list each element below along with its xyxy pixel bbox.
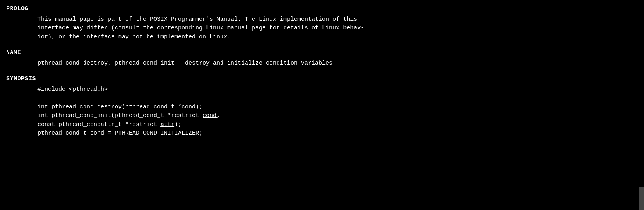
synopsis-func4-suffix: = PTHREAD_COND_INITIALIZER; [104,130,203,136]
prolog-content: This manual page is part of the POSIX Pr… [6,15,638,42]
synopsis-func3: const pthread_condattr_t *restrict attr)… [37,120,638,129]
name-line-1: pthread_cond_destroy, pthread_cond_init … [37,59,638,68]
synopsis-func2-suffix: , [217,112,220,119]
synopsis-header: SYNOPSIS [6,75,638,84]
prolog-line-2: interface may differ (consult the corres… [37,24,638,33]
scrollbar[interactable] [639,187,644,210]
synopsis-func4-link: cond [90,130,104,136]
synopsis-include: #include <pthread.h> [37,85,638,94]
synopsis-content: #include <pthread.h> int pthread_cond_de… [6,85,638,138]
synopsis-func4-prefix: pthread_cond_t [37,130,90,136]
prolog-section: PROLOG This manual page is part of the P… [6,5,638,41]
synopsis-func2: int pthread_cond_init(pthread_cond_t *re… [37,111,638,120]
synopsis-section: SYNOPSIS #include <pthread.h> int pthrea… [6,75,638,138]
synopsis-func1: int pthread_cond_destroy(pthread_cond_t … [37,103,638,112]
synopsis-func3-link: attr [160,121,174,128]
name-header: NAME [6,48,638,57]
synopsis-func1-prefix: int pthread_cond_destroy(pthread_cond_t … [37,104,181,110]
synopsis-func3-suffix: ); [174,121,181,128]
prolog-line-3: ior), or the interface may not be implem… [37,33,638,42]
name-section: NAME pthread_cond_destroy, pthread_cond_… [6,48,638,68]
synopsis-func3-prefix: const pthread_condattr_t *restrict [37,121,160,128]
synopsis-func2-link: cond [203,112,217,119]
synopsis-func4: pthread_cond_t cond = PTHREAD_COND_INITI… [37,129,638,138]
synopsis-func1-link: cond [181,104,196,110]
prolog-header: PROLOG [6,5,638,14]
synopsis-func2-prefix: int pthread_cond_init(pthread_cond_t *re… [37,112,203,119]
prolog-line-1: This manual page is part of the POSIX Pr… [37,15,638,24]
name-content: pthread_cond_destroy, pthread_cond_init … [6,59,638,68]
synopsis-func1-suffix: ); [196,104,203,110]
